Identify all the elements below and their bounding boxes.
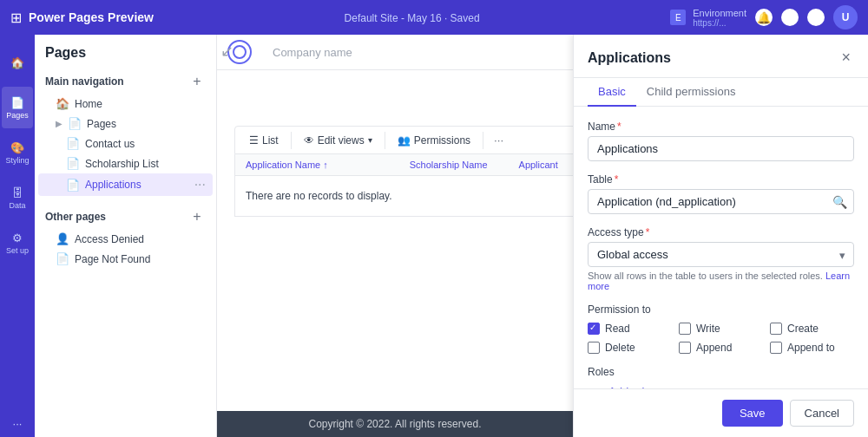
name-required-star: * xyxy=(617,121,621,133)
table-field-label: Table * xyxy=(588,173,854,186)
nav-item-more-icon[interactable]: ··· xyxy=(194,177,206,192)
permissions-section: Permission to Read Write xyxy=(588,303,854,354)
app-title: Power Pages Preview xyxy=(29,10,154,24)
permission-delete: Delete xyxy=(588,342,672,354)
nav-item-access-denied[interactable]: 👤 Access Denied xyxy=(38,229,213,249)
permission-append: Append xyxy=(679,342,763,354)
col-scholarship-name[interactable]: Scholarship Name xyxy=(410,160,519,170)
home-icon: 🏠 xyxy=(10,56,24,69)
main-navigation-section: Main navigation + 🏠 Home ▶ 📄 Pages 📄 Con… xyxy=(35,68,216,196)
col-application-name[interactable]: Application Name ↑ xyxy=(246,160,410,170)
sidebar-item-home[interactable]: 🏠 xyxy=(2,42,33,83)
styling-label: Styling xyxy=(5,156,29,165)
icon-bar: 🏠 📄 Pages 🎨 Styling 🗄 Data ⚙ Set up ··· xyxy=(0,35,35,437)
environment-icon: E xyxy=(670,10,686,25)
edit-views-button[interactable]: 👁 Edit views ▾ xyxy=(297,131,379,150)
other-pages-label: Other pages xyxy=(45,211,106,223)
tab-child-permissions[interactable]: Child permissions xyxy=(636,78,746,107)
pages-panel: Pages Main navigation + 🏠 Home ▶ 📄 Pages… xyxy=(35,35,217,437)
name-field-label: Name * xyxy=(588,121,854,133)
roles-title: Roles xyxy=(588,366,854,378)
cancel-button[interactable]: Cancel xyxy=(790,400,854,427)
topbar-right: E Environment https://... 🔔 ⚙ ? U xyxy=(670,5,858,29)
list-button[interactable]: ☰ List xyxy=(242,131,286,150)
edit-views-icon: 👁 xyxy=(304,134,314,147)
other-pages-header: Other pages + xyxy=(38,203,213,229)
append-checkbox[interactable] xyxy=(679,342,691,354)
write-checkbox[interactable] xyxy=(679,323,691,335)
nav-item-contact-us[interactable]: 📄 Contact us xyxy=(38,134,213,153)
read-checkbox[interactable] xyxy=(588,323,600,335)
chevron-icon: ▶ xyxy=(56,119,62,128)
preview-logo-inner xyxy=(233,45,247,59)
environment-url: https://... xyxy=(693,18,746,28)
settings-icon[interactable]: ⚙ xyxy=(781,9,799,26)
setup-icon: ⚙ xyxy=(12,232,23,245)
notifications-icon[interactable]: 🔔 xyxy=(755,9,773,26)
data-icon: 🗄 xyxy=(12,186,23,199)
toolbar-more-button[interactable]: ··· xyxy=(489,130,509,150)
nav-item-scholarship-list[interactable]: 📄 Scholarship List xyxy=(38,153,213,173)
panel-header: Applications × xyxy=(574,35,868,78)
permissions-button[interactable]: 👥 Permissions xyxy=(391,131,477,150)
page-nav-icon: 📄 xyxy=(66,137,80,150)
table-search-icon: 🔍 xyxy=(832,195,847,209)
footer-text: Copyright © 2022. All rights reserved. xyxy=(309,418,482,430)
nav-item-applications[interactable]: 📄 Applications ··· xyxy=(38,173,213,196)
permissions-icon: 👥 xyxy=(398,134,411,147)
sidebar-item-setup[interactable]: ⚙ Set up xyxy=(2,222,33,264)
list-label: List xyxy=(262,134,279,147)
nav-item-pages[interactable]: ▶ 📄 Pages xyxy=(38,114,213,134)
panel-tabs: Basic Child permissions xyxy=(574,78,868,107)
create-checkbox[interactable] xyxy=(770,323,782,335)
permissions-grid: Read Write Create xyxy=(588,323,854,354)
close-button[interactable]: × xyxy=(838,47,854,68)
roles-section: Roles + + Add roles 👥 Authenticated User… xyxy=(588,366,854,388)
nav-item-contact-us-label: Contact us xyxy=(85,138,206,150)
access-type-field-group: Access type * Global access Account acce… xyxy=(588,226,854,291)
pages-panel-title: Pages xyxy=(35,35,216,68)
access-type-select[interactable]: Global access Account access Contact acc… xyxy=(588,242,854,267)
help-icon[interactable]: ? xyxy=(807,9,825,26)
nav-item-page-not-found[interactable]: 📄 Page Not Found xyxy=(38,249,213,269)
add-main-nav-button[interactable]: + xyxy=(188,73,206,90)
panel-footer: Save Cancel xyxy=(574,388,868,437)
environment-details: Environment https://... xyxy=(693,8,746,28)
sidebar-item-pages[interactable]: 📄 Pages xyxy=(2,87,33,128)
avatar[interactable]: U xyxy=(833,5,858,29)
nav-item-home[interactable]: 🏠 Home xyxy=(38,94,213,114)
environment-name: Environment xyxy=(693,8,746,18)
access-type-label: Access type * xyxy=(588,226,854,238)
more-icon[interactable]: ··· xyxy=(13,417,23,437)
toolbar-divider-2 xyxy=(385,132,385,149)
pages-icon: 📄 xyxy=(10,96,24,109)
permission-to-title: Permission to xyxy=(588,303,854,316)
access-help-text: Show all rows in the table to users in t… xyxy=(588,271,854,291)
environment-info: E Environment https://... xyxy=(670,8,746,28)
delete-checkbox[interactable] xyxy=(588,342,600,354)
apps-panel-inner: Applications × Basic Child permissions xyxy=(574,35,868,437)
permission-create: Create xyxy=(770,323,854,335)
toolbar-divider-1 xyxy=(291,132,292,149)
sidebar-item-styling[interactable]: 🎨 Styling xyxy=(2,132,33,173)
write-label: Write xyxy=(696,323,720,335)
table-input[interactable] xyxy=(588,189,854,214)
preview-company-name: Company name xyxy=(273,46,352,59)
chevron-down-icon: ▾ xyxy=(368,135,372,145)
create-label: Create xyxy=(787,323,819,335)
apps-icon[interactable]: ⊞ xyxy=(10,10,22,26)
delete-label: Delete xyxy=(605,342,635,354)
main-layout: 🏠 📄 Pages 🎨 Styling 🗄 Data ⚙ Set up ··· … xyxy=(0,35,868,437)
topbar: ⊞ Power Pages Preview Default Site - May… xyxy=(0,0,868,35)
append-to-checkbox[interactable] xyxy=(770,342,782,354)
home-nav-icon: 🏠 xyxy=(56,97,69,110)
name-input[interactable] xyxy=(588,136,854,161)
access-required-star: * xyxy=(646,226,650,238)
add-other-pages-button[interactable]: + xyxy=(188,208,206,225)
save-button[interactable]: Save xyxy=(722,400,783,427)
main-navigation-label: Main navigation xyxy=(45,75,124,88)
sidebar-item-data[interactable]: 🗄 Data xyxy=(2,177,33,218)
panel-title: Applications xyxy=(588,50,671,66)
tab-basic[interactable]: Basic xyxy=(588,78,636,107)
nav-item-access-denied-label: Access Denied xyxy=(75,233,206,245)
